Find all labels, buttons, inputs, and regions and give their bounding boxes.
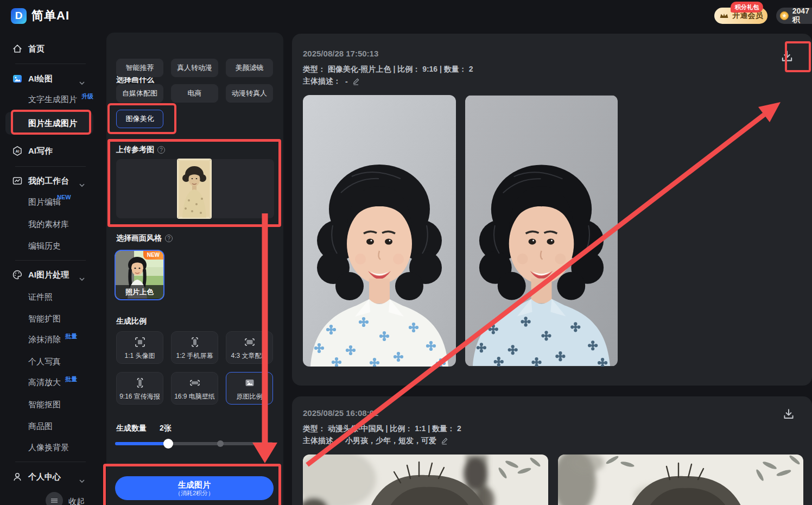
result-timestamp: 2025/08/28 17:50:13 [303,49,378,58]
ai-hexagon-icon: AI [12,146,23,156]
vintage-photo [178,160,211,218]
slider-fill [115,442,168,445]
option-image-beautify-selected[interactable]: 图像美化 [116,110,163,128]
sidebar-item-image-to-image[interactable]: 图片生成图片 [0,115,106,131]
section-title-ratio: 生成比例 [116,317,147,326]
credits-value: 2047积 [792,7,812,25]
sidebar-item-smart-cutout[interactable]: 智能抠图 [0,396,106,413]
app-window: D 简单AI 开通会员 积分礼包 2047积 首页 AI绘图 文字生成图片 升级… [0,0,812,505]
divider [15,462,86,462]
result-card-2: 2025/08/25 16:08:02 类型： 动漫头像-中国风 | 比例： 1… [292,396,812,505]
ratio-9-16[interactable]: 9:16 宣传海报 [116,372,163,405]
chevron-down-icon [79,475,85,478]
option-smart-recommend[interactable]: 智能推荐 [116,59,163,77]
crown-icon [719,12,729,19]
picture-icon [12,73,23,84]
ratio-wide-icon [243,336,256,349]
batch-badge: 批量 [65,332,77,340]
option-media-illustration[interactable]: 自媒体配图 [116,84,163,103]
sidebar-item-personal-portrait[interactable]: 个人写真 [0,354,106,370]
new-badge: NEW [143,251,163,260]
ratio-tall-icon [188,336,201,349]
ratio-portrait-icon [134,376,147,389]
edit-pencil-icon[interactable] [352,78,360,85]
generate-button[interactable]: 生成图片 （消耗2积分） [115,476,274,500]
reference-photo-thumbnail[interactable] [178,160,211,218]
ratio-1-1[interactable]: 1:1 头像图 [116,331,163,364]
slider-tick [217,440,224,447]
logo-text: 简单AI [31,8,69,24]
sidebar-item-image-edit[interactable]: 图片编辑 NEW [0,194,106,210]
sidebar-item-ai-draw[interactable]: AI绘图 [0,71,106,87]
chevron-down-icon [79,77,85,80]
portrait-2 [465,95,618,367]
new-badge: NEW [57,194,71,200]
divider [15,260,86,261]
portrait-1 [303,95,456,367]
sidebar-item-hd-upscale[interactable]: 高清放大 批量 [0,374,106,390]
result-description: 主体描述： 小男孩，少年，短发，可爱 [303,436,448,446]
help-icon[interactable]: ? [157,146,165,154]
edit-pencil-icon[interactable] [441,437,448,445]
count-slider[interactable] [115,442,273,445]
ratio-16-9[interactable]: 16:9 电脑壁纸 [171,372,218,405]
ratio-square-icon [134,336,147,349]
count-value: 2张 [160,424,172,433]
download-icon[interactable] [779,49,795,64]
points-gift-badge: 积分礼包 [731,2,763,12]
ratio-1-2[interactable]: 1:2 手机屏幕 [171,331,218,364]
sidebar-item-id-photo[interactable]: 证件照 [0,289,106,305]
sidebar-item-personal-center[interactable]: 个人中心 [0,469,106,485]
sidebar-item-portrait-background[interactable]: 人像换背景 [0,439,106,456]
sidebar-item-erase[interactable]: 涂抹消除 批量 [0,331,106,348]
option-real-to-anime[interactable]: 真人转动漫 [171,59,218,77]
sidebar-item-text-to-image[interactable]: 文字生成图片 升级 [0,91,106,108]
option-beauty-filter[interactable]: 美颜滤镜 [226,59,273,77]
download-icon[interactable] [782,407,797,422]
sidebar-item-workbench[interactable]: 我的工作台 [0,173,106,189]
sidebar-item-ai-image-processing[interactable]: AI图片处理 [0,267,106,283]
sidebar-item-my-assets[interactable]: 我的素材库 [0,216,106,232]
original-image-icon [243,376,256,389]
ratio-original-selected[interactable]: 原图比例 [226,372,273,405]
section-title-upload: 上传参考图 ? [116,145,165,155]
ratio-4-3[interactable]: 4:3 文章配图 [226,331,273,364]
sidebar-item-home[interactable]: 首页 [0,41,106,57]
workbench-icon [12,175,23,186]
style-card-photo-colorize[interactable]: NEW 照片上色 [115,250,164,300]
generated-image-4[interactable] [558,454,803,505]
home-icon [12,43,23,54]
divider [15,64,86,64]
logo-icon: D [11,8,27,24]
ink-portrait-1 [303,454,548,505]
section-title-count: 生成数量 2张 [116,424,172,433]
svg-text:AI: AI [16,149,20,153]
person-icon [12,471,23,482]
sidebar-item-ai-writing[interactable]: AI AI写作 [0,143,106,159]
sidebar-item-smart-expand[interactable]: 智能扩图 [0,311,106,327]
sidebar-item-edit-history[interactable]: 编辑历史 [0,238,106,254]
help-icon[interactable]: ? [165,235,173,242]
collapse-label[interactable]: 收起 [68,497,85,505]
upgrade-badge: 升级 [81,92,93,100]
generated-image-1[interactable] [303,95,456,367]
generated-image-2[interactable] [465,95,618,367]
sidebar-item-product-image[interactable]: 商品图 [0,418,106,434]
logo-letter: D [15,10,23,22]
collapse-avatar-icon[interactable] [46,492,63,505]
section-title-style: 选择画面风格 ? [116,233,173,243]
coin-icon [779,10,789,21]
ratio-landscape-icon [188,376,201,389]
option-anime-to-real[interactable]: 动漫转真人 [226,84,273,103]
result-meta: 类型： 动漫头像-中国风 | 比例： 1:1 | 数量： 2 [303,424,461,434]
credits-pill[interactable]: 2047积 [776,8,812,24]
result-meta: 类型： 图像美化-照片上色 | 比例： 9:16 | 数量： 2 [303,65,473,74]
chevron-down-icon [79,179,85,182]
slider-thumb[interactable] [163,439,173,449]
divider [15,166,86,167]
chevron-down-icon [79,273,85,276]
result-timestamp: 2025/08/25 16:08:02 [303,408,378,418]
generated-image-3[interactable] [303,454,548,505]
option-ecommerce[interactable]: 电商 [171,84,218,103]
app-logo[interactable]: D 简单AI [11,8,69,24]
